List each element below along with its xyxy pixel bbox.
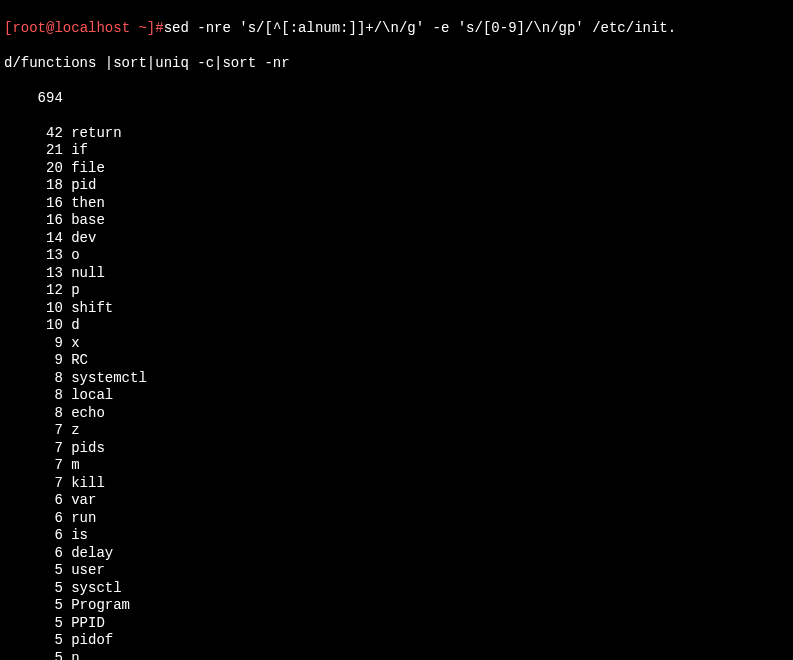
output-row: 21 if [4,142,789,160]
output-row: 16 base [4,212,789,230]
output-word: var [63,492,97,508]
output-row: 6 var [4,492,789,510]
command-text-1: sed -nre 's/[^[:alnum:]]+/\n/g' -e 's/[0… [164,20,676,36]
output-count: 20 [4,160,63,176]
output-row: 13 null [4,265,789,283]
output-row: 9 x [4,335,789,353]
output-row: 12 p [4,282,789,300]
prompt-line-1[interactable]: [root@localhost ~]#sed -nre 's/[^[:alnum… [4,20,789,38]
prompt-user: root [12,20,46,36]
output-word: Program [63,597,130,613]
output-count: 8 [4,370,63,386]
output-word: d [63,317,80,333]
output-word: x [63,335,80,351]
output-count: 5 [4,562,63,578]
output-rows-container: 42 return 21 if 20 file 18 pid 16 then 1… [4,125,789,661]
output-count: 6 [4,492,63,508]
output-count: 6 [4,545,63,561]
output-word: then [63,195,105,211]
output-row: 18 pid [4,177,789,195]
output-row: 8 local [4,387,789,405]
output-word: user [63,562,105,578]
output-count: 5 [4,597,63,613]
output-row: 10 shift [4,300,789,318]
output-row: 9 RC [4,352,789,370]
output-word: PPID [63,615,105,631]
output-row: 7 kill [4,475,789,493]
output-row: 20 file [4,160,789,178]
output-row: 8 echo [4,405,789,423]
output-word: z [63,422,80,438]
output-count: 10 [4,317,63,333]
output-row: 14 dev [4,230,789,248]
output-word: n [63,650,80,661]
output-row: 8 systemctl [4,370,789,388]
output-word: o [63,247,80,263]
prompt-host: localhost [54,20,130,36]
output-word: RC [63,352,88,368]
output-count: 10 [4,300,63,316]
output-count: 13 [4,247,63,263]
output-row: 7 pids [4,440,789,458]
terminal-output: [root@localhost ~]#sed -nre 's/[^[:alnum… [4,2,789,660]
output-row: 16 then [4,195,789,213]
prompt-hash: # [155,20,163,36]
output-row: 7 z [4,422,789,440]
output-count: 16 [4,195,63,211]
output-word: run [63,510,97,526]
prompt-path: ~ [138,20,146,36]
output-count: 7 [4,475,63,491]
output-row: 5 PPID [4,615,789,633]
output-word: systemctl [63,370,147,386]
output-count: 8 [4,387,63,403]
output-word: local [63,387,113,403]
output-row: 7 m [4,457,789,475]
prompt-close-bracket: ] [147,20,155,36]
output-word: shift [63,300,113,316]
output-count: 13 [4,265,63,281]
output-count: 5 [4,580,63,596]
output-word: delay [63,545,113,561]
output-word: base [63,212,105,228]
output-row: 5 pidof [4,632,789,650]
output-word: is [63,527,88,543]
output-row: 5 Program [4,597,789,615]
output-row: 5 sysctl [4,580,789,598]
output-count: 5 [4,615,63,631]
output-row: 10 d [4,317,789,335]
output-word: kill [63,475,105,491]
output-count: 7 [4,457,63,473]
output-word: pidof [63,632,113,648]
output-count: 7 [4,440,63,456]
output-word: if [63,142,88,158]
output-word: sysctl [63,580,122,596]
output-row: 6 run [4,510,789,528]
output-row: 5 n [4,650,789,661]
output-count: 42 [4,125,63,141]
output-count: 6 [4,527,63,543]
output-count: 16 [4,212,63,228]
output-row: 13 o [4,247,789,265]
output-count: 21 [4,142,63,158]
output-word: p [63,282,80,298]
output-row: 6 is [4,527,789,545]
output-word: pid [63,177,97,193]
output-word: return [63,125,122,141]
output-count: 18 [4,177,63,193]
output-word: dev [63,230,97,246]
output-count: 5 [4,632,63,648]
output-word: pids [63,440,105,456]
output-count: 5 [4,650,63,661]
output-count: 14 [4,230,63,246]
output-count: 8 [4,405,63,421]
output-count: 9 [4,335,63,351]
output-word: m [63,457,80,473]
output-row: 6 delay [4,545,789,563]
output-first-line: 694 [4,90,789,108]
output-count: 12 [4,282,63,298]
output-word: file [63,160,105,176]
command-text-2[interactable]: d/functions |sort|uniq -c|sort -nr [4,55,789,73]
output-word: echo [63,405,105,421]
output-count: 7 [4,422,63,438]
output-count: 6 [4,510,63,526]
